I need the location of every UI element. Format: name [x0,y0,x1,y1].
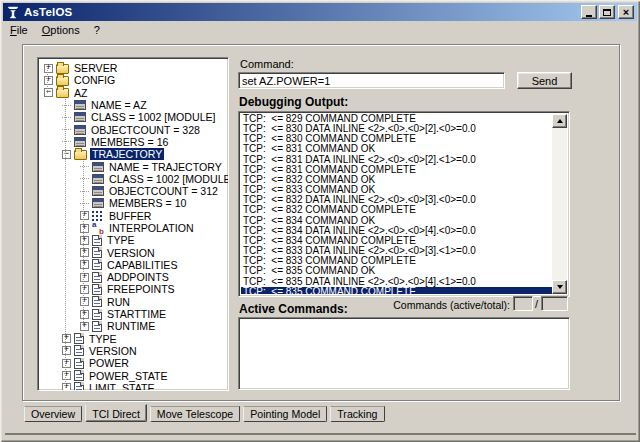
tree-node-label[interactable]: AZ [72,87,90,99]
tree-node-label[interactable]: LIMIT_STATE [87,382,157,391]
tree-row[interactable]: CLASS = 1002 [MODULE] [40,173,226,185]
active-commands-box[interactable] [238,317,570,390]
collapse-toggle-icon[interactable]: − [44,88,53,97]
tree-node-label[interactable]: SERVER [72,62,119,74]
menu-item-options[interactable]: Options [36,23,86,37]
tree-row[interactable]: +VERSION [40,246,226,258]
tree-row[interactable]: +POWER [40,357,226,369]
arrow-down-icon [557,285,563,289]
tree-row[interactable]: OBJECTCOUNT = 312 [40,185,226,197]
maximize-button[interactable] [599,5,615,19]
tree-node-label[interactable]: CLASS = 1002 [MODULE] [107,173,229,185]
expand-toggle-icon[interactable]: + [62,383,71,391]
tree-node-label[interactable]: CAPABILITIES [105,259,179,271]
expand-toggle-icon[interactable]: + [80,211,89,220]
tab-bar: OverviewTCI DirectMove TelescopePointing… [24,406,388,422]
expand-toggle-icon[interactable]: + [80,273,89,282]
scroll-down-button[interactable] [552,280,567,294]
expand-toggle-icon[interactable]: + [80,285,89,294]
expand-toggle-icon[interactable]: + [62,359,71,368]
tree-row[interactable]: +ADDPOINTS [40,271,226,283]
tree-row[interactable]: MEMBERS = 16 [40,136,226,148]
debug-line[interactable]: TCP: <= 835 COMMAND COMPLETE [241,287,552,294]
tree-node-label[interactable]: RUN [105,296,132,308]
window-titlebar[interactable]: AsTelOS × [3,3,637,21]
debug-line[interactable]: TCP: <= 835 COMMAND OK [241,266,552,276]
collapse-toggle-icon[interactable]: − [62,150,71,159]
tree-row[interactable]: +POWER_STATE [40,369,226,381]
tree-row[interactable]: NAME = AZ [40,99,226,111]
tree-row[interactable]: NAME = TRAJECTORY [40,160,226,172]
tree-node-label[interactable]: TYPE [87,333,119,345]
tab-tracking[interactable]: Tracking [330,406,384,422]
minimize-button[interactable] [581,5,597,19]
tree-row[interactable]: +VERSION [40,345,226,357]
expand-toggle-icon[interactable]: + [44,76,53,85]
expand-toggle-icon[interactable]: + [62,371,71,380]
tree-row[interactable]: +CONFIG [40,74,226,86]
expand-toggle-icon[interactable]: + [80,310,89,319]
tree-row[interactable]: +LIMIT_STATE [40,382,226,391]
expand-toggle-icon[interactable]: + [62,346,71,355]
tree-node-label[interactable]: OBJECTCOUNT = 312 [107,185,220,197]
scroll-up-button[interactable] [552,114,567,128]
close-button[interactable]: × [618,5,634,19]
debug-output[interactable]: TCP: <= 829 COMMAND COMPLETETCP: <= 830 … [238,111,570,297]
tree-row[interactable]: +CAPABILITIES [40,259,226,271]
interpolation-icon [92,223,104,234]
tree-row[interactable]: +TYPE [40,234,226,246]
tree-node-label[interactable]: FREEPOINTS [105,283,177,295]
tab-pointing-model[interactable]: Pointing Model [243,406,327,422]
tab-move-telescope[interactable]: Move Telescope [150,406,240,422]
document-icon [74,370,84,381]
tree-row[interactable]: +TYPE [40,333,226,345]
tree-row[interactable]: OBJECTCOUNT = 328 [40,123,226,135]
tree-node-label[interactable]: NAME = AZ [89,99,149,111]
debug-scrollbar[interactable] [552,114,567,294]
tree-node-label[interactable]: NAME = TRAJECTORY [107,161,224,173]
menu-item-help[interactable]: ? [88,23,106,37]
expand-toggle-icon[interactable]: + [80,322,89,331]
expand-toggle-icon[interactable]: + [80,248,89,257]
tree-node-label[interactable]: OBJECTCOUNT = 328 [89,124,202,136]
tree-node-label[interactable]: ADDPOINTS [105,271,171,283]
tree-row[interactable]: +SERVER [40,62,226,74]
app-icon[interactable] [6,6,20,19]
tree-node-label[interactable]: STARTTIME [105,308,168,320]
expand-toggle-icon[interactable]: + [62,334,71,343]
tree-node-label[interactable]: MEMBERS = 10 [107,197,188,209]
tree-row[interactable]: MEMBERS = 10 [40,197,226,209]
tree-node-label[interactable]: RUNTIME [105,320,157,332]
tree-node-label[interactable]: CONFIG [72,74,117,86]
tree-node-label[interactable]: BUFFER [107,210,153,222]
tree-row[interactable]: +INTERPOLATION [40,222,226,234]
tree-row[interactable]: +RUNTIME [40,320,226,332]
expand-toggle-icon[interactable]: + [80,224,89,233]
tab-tci-direct[interactable]: TCI Direct [85,404,147,422]
tree-node-label[interactable]: INTERPOLATION [107,222,196,234]
object-tree[interactable]: +SERVER+CONFIG−AZNAME = AZCLASS = 1002 [… [37,57,229,391]
tree-node-label[interactable]: POWER_STATE [87,370,169,382]
tree-row[interactable]: −TRAJECTORY [40,148,226,160]
tree-node-label[interactable]: POWER [87,357,131,369]
tree-node-label[interactable]: MEMBERS = 16 [89,136,170,148]
menu-item-file[interactable]: File [4,23,34,37]
command-input[interactable] [238,72,505,89]
tree-node-label[interactable]: VERSION [87,345,139,357]
tree-row[interactable]: +STARTTIME [40,308,226,320]
expand-toggle-icon[interactable]: + [44,64,53,73]
tree-row[interactable]: CLASS = 1002 [MODULE] [40,111,226,123]
tree-node-label[interactable]: VERSION [105,247,157,259]
tree-node-label[interactable]: TRAJECTORY [90,148,164,160]
expand-toggle-icon[interactable]: + [80,297,89,306]
tree-row[interactable]: +FREEPOINTS [40,283,226,295]
tree-row[interactable]: +RUN [40,296,226,308]
expand-toggle-icon[interactable]: + [80,236,89,245]
expand-toggle-icon[interactable]: + [80,260,89,269]
tree-row[interactable]: −AZ [40,87,226,99]
tree-row[interactable]: +BUFFER [40,210,226,222]
tab-overview[interactable]: Overview [24,406,82,422]
tree-node-label[interactable]: TYPE [105,234,137,246]
send-button[interactable]: Send [517,72,572,89]
tree-node-label[interactable]: CLASS = 1002 [MODULE] [89,111,218,123]
